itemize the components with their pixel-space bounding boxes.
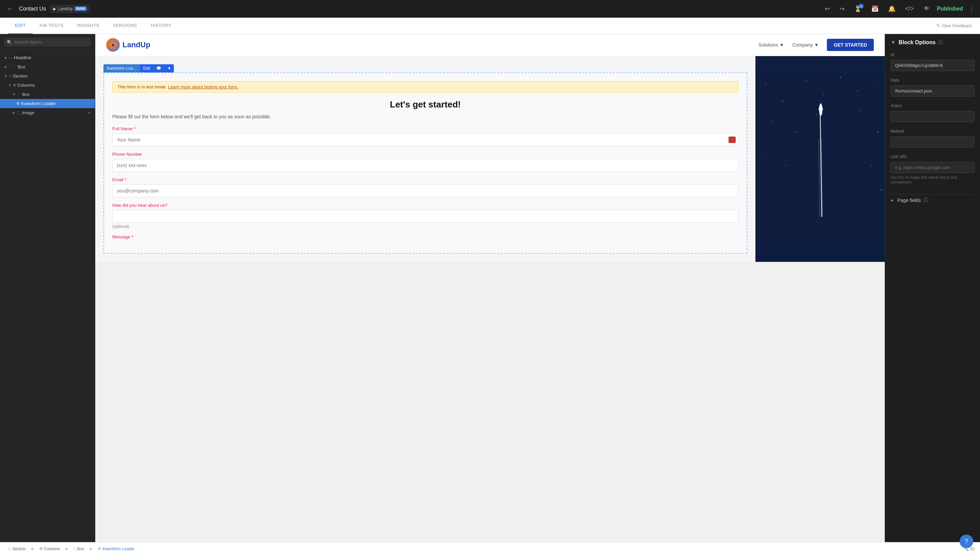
page-fields-section[interactable]: ► Page fields ⓘ [890, 194, 975, 206]
field-how-hear: How did you hear about us? (optional) [112, 203, 738, 229]
method-field-group: Method [890, 129, 975, 148]
expand-icon: ► [4, 56, 8, 59]
top-bar-left: ← Contact Us ▶ LandUp MAIN [5, 3, 823, 14]
field-full-name: Full Name * ⋯ [112, 126, 738, 146]
svg-point-10 [772, 121, 773, 122]
action-field-group: Action [890, 103, 975, 122]
optional-label: (optional) [112, 224, 738, 229]
back-button[interactable]: ← [5, 3, 15, 14]
published-label: Published [937, 6, 963, 12]
code-button[interactable]: </> [903, 4, 916, 14]
tab-history[interactable]: HISTORY [144, 18, 178, 34]
help-circle-button[interactable]: ? [959, 534, 973, 548]
nav-company[interactable]: Company ▼ [792, 42, 819, 48]
get-started-button[interactable]: GET STARTED [827, 39, 874, 51]
calendar-button[interactable]: 📅 [869, 4, 880, 14]
search-wrap: 🔍 [4, 37, 91, 47]
svg-point-8 [857, 91, 858, 91]
tab-insights[interactable]: INSIGHTS [70, 18, 106, 34]
layer-tree: ► — Headline ► ⋮⋮ Box ▼ ◇ Section ▼ ⊞ Co… [0, 50, 95, 542]
full-name-input[interactable] [112, 133, 738, 146]
svg-point-3 [765, 84, 766, 85]
section-icon: ◇ [9, 74, 11, 78]
logo-icon [106, 38, 120, 52]
input-action-icon[interactable]: ⋯ [729, 137, 736, 143]
method-input[interactable] [890, 136, 975, 148]
tab-ab-tests[interactable]: A/B TESTS [33, 18, 71, 34]
layer-kwesform[interactable]: ⚙ Kwesform Loader [0, 99, 95, 108]
layer-box2[interactable]: ▼ ⋮ Box [0, 90, 95, 99]
layer-headline[interactable]: ► — Headline [0, 53, 95, 62]
canvas-nav: LandUp Solutions ▼ Company ▼ GET STARTED [95, 34, 885, 56]
help-icon[interactable]: ⓘ [938, 39, 943, 46]
breadcrumb-box[interactable]: □ Box [71, 545, 87, 552]
svg-point-16 [786, 165, 786, 166]
test-mode-link[interactable]: Learn more about testing your form. [168, 84, 239, 90]
tab-edit[interactable]: EDIT [8, 18, 33, 34]
field-label-email: Email * [112, 177, 738, 182]
svg-point-12 [816, 115, 817, 115]
breadcrumb-sep: ► [31, 547, 35, 551]
main-content: 🔍 ► — Headline ► ⋮⋮ Box ▼ ◇ Section ▼ [0, 34, 980, 542]
box-icon: □ [74, 547, 76, 551]
site-icon: ▶ [53, 6, 56, 11]
layer-columns[interactable]: ▼ ⊞ Columns [0, 80, 95, 90]
timer-button[interactable]: ⏳ 1 [852, 4, 864, 14]
breadcrumb-sep: ► [89, 547, 93, 551]
breadcrumb-kwesform[interactable]: ⚙ Kwesform Loader [95, 545, 137, 552]
layer-label: Section [13, 74, 27, 79]
layer-box1[interactable]: ► ⋮⋮ Box [0, 62, 95, 71]
action-input[interactable] [890, 111, 975, 122]
link-url-input[interactable] [890, 162, 975, 173]
email-input[interactable] [112, 184, 738, 197]
image-icon: ⛶ [17, 111, 21, 115]
canvas-area: LandUp Solutions ▼ Company ▼ GET STARTED [95, 34, 885, 542]
nav-solutions[interactable]: Solutions ▼ [758, 42, 784, 48]
field-label-message: Message * [112, 234, 738, 239]
link-url-field-group: Link URL Set this to make this whole blo… [890, 154, 975, 184]
tab-versions[interactable]: VERSIONS [106, 18, 144, 34]
method-label: Method [890, 129, 975, 134]
canvas-body: Kwesform Loa... Edit 💬 ▼ This form is in… [95, 56, 885, 262]
breadcrumb-columns[interactable]: ⊞ Columns [37, 545, 63, 552]
search-box: 🔍 [0, 34, 95, 50]
layer-image[interactable]: ► ⛶ Image 👁 [0, 108, 95, 117]
give-feedback-button[interactable]: ✎ Give Feedback [937, 23, 972, 28]
data-value: /forms/contact.json [890, 85, 975, 96]
chevron-right-icon: ► [890, 198, 895, 203]
how-hear-input[interactable] [112, 210, 738, 223]
required-marker: * [131, 234, 133, 239]
bell-button[interactable]: 🔔 [886, 4, 898, 14]
edit-button[interactable]: Edit [140, 64, 154, 72]
layer-label: Columns [18, 83, 35, 88]
zoom-value: 80 [970, 547, 975, 551]
left-sidebar: 🔍 ► — Headline ► ⋮⋮ Box ▼ ◇ Section ▼ [0, 34, 95, 542]
dropdown-button[interactable]: ▼ [164, 64, 174, 72]
page-fields-label: Page fields [897, 197, 921, 203]
preview-button[interactable]: 👁 [922, 4, 932, 14]
layer-section[interactable]: ▼ ◇ Section [0, 71, 95, 80]
block-options-title: Block Options [899, 39, 935, 46]
undo-button[interactable]: ↩ [823, 4, 832, 14]
block-options-header: ▼ Block Options ⓘ [890, 39, 975, 46]
search-input[interactable] [4, 37, 91, 47]
test-mode-banner: This form is in test mode. Learn more ab… [112, 81, 738, 93]
comment-button[interactable]: 💬 [153, 64, 164, 72]
chevron-down-icon: ▼ [814, 42, 819, 48]
breadcrumb-section[interactable]: ◇ Section [5, 545, 29, 552]
redo-button[interactable]: ↪ [837, 4, 847, 14]
expand-icon: ► [4, 65, 8, 69]
phone-input[interactable] [112, 159, 738, 172]
box-icon: ⋮⋮ [9, 65, 16, 69]
kwesform-icon: ⚙ [98, 547, 101, 551]
more-options-button[interactable]: ⋮ [969, 5, 975, 13]
right-sidebar: ▼ Block Options ⓘ Id QHHS9iMgIo7ujv9t89×… [885, 34, 980, 542]
required-marker: * [125, 177, 126, 182]
id-field-group: Id QHHS9iMgIo7ujv9t89×6 [890, 52, 975, 71]
help-icon[interactable]: ⓘ [924, 197, 928, 204]
test-mode-text: This form is in test mode. [117, 84, 167, 90]
headline-icon: — [9, 56, 13, 60]
box-icon: ⋮ [17, 92, 21, 96]
layer-label: Headline [14, 55, 31, 60]
bottom-bar: ◇ Section ► ⊞ Columns ► □ Box ► ⚙ Kwesfo… [0, 542, 980, 555]
